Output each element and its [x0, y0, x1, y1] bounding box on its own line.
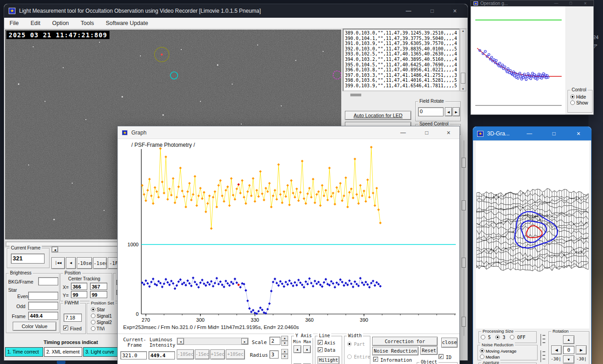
- close-graph-button[interactable]: close: [441, 338, 458, 348]
- star-odd-input[interactable]: [28, 302, 58, 310]
- auto-location-led-button[interactable]: Auto Location for LED: [345, 111, 411, 120]
- position-set-group: Position Set Star Signal1 Signal2 TIVi: [87, 303, 119, 334]
- frame-slider[interactable]: ◀: [51, 246, 118, 253]
- maximize-icon[interactable]: □: [545, 127, 563, 140]
- scale-value[interactable]: 2: [269, 337, 280, 345]
- radius-spin-down-icon[interactable]: ▼: [281, 354, 288, 359]
- rotate-up-icon[interactable]: ▲: [563, 335, 574, 344]
- id-checkbox[interactable]: ✔: [439, 354, 444, 359]
- scale-spin-up-icon[interactable]: ▲: [281, 336, 288, 341]
- scroll-up-icon[interactable]: ▲: [460, 30, 466, 32]
- scale-label: Scale: [252, 339, 267, 345]
- minimize-icon[interactable]: —: [394, 126, 412, 139]
- rotation-value[interactable]: 0: [563, 346, 574, 354]
- correction-absorption-button[interactable]: Correction for absorption: [372, 337, 438, 346]
- transport-minus-10sec-button[interactable]: -10sec: [77, 257, 92, 269]
- graph-minus-10sec-button[interactable]: -10Sec: [177, 349, 194, 359]
- field-rotate-right-icon[interactable]: ▶: [453, 107, 460, 116]
- measurement-data-panel[interactable]: 389.0,103.0,"",11,47,39.1245,39.2510,,,,…: [343, 29, 460, 91]
- position-y-tracking[interactable]: 99: [90, 291, 107, 298]
- star-frame-input[interactable]: 449.4: [28, 312, 58, 320]
- graph-frame-slider[interactable]: ◀ ▶: [177, 338, 249, 345]
- close-icon[interactable]: ×: [439, 126, 458, 139]
- operation-window-title: Operation g...: [480, 1, 508, 6]
- field-rotate-input[interactable]: 0: [418, 107, 444, 116]
- current-frame-value[interactable]: 321: [11, 254, 45, 264]
- position-set-radio-tivi[interactable]: TIVi: [91, 326, 105, 331]
- splitter-handle[interactable]: [350, 94, 361, 96]
- radius-spin-up-icon[interactable]: ▲: [281, 349, 288, 354]
- menu-item-edit[interactable]: Edit: [30, 20, 40, 26]
- scale-spin-down-icon[interactable]: ▼: [281, 341, 288, 346]
- position-set-radio-signal2[interactable]: Signal2: [91, 320, 112, 325]
- menu-item-tools[interactable]: Tools: [81, 20, 94, 26]
- transport-minus-1sec-button[interactable]: -1sec: [93, 257, 107, 269]
- position-x-center[interactable]: 366: [71, 283, 87, 290]
- radius-label: Radius: [250, 352, 268, 358]
- rotate-down-icon[interactable]: ▼: [563, 355, 574, 364]
- menu-item-option[interactable]: Option: [52, 20, 69, 26]
- close-icon[interactable]: ×: [569, 127, 588, 140]
- position-x-tracking[interactable]: 367: [90, 283, 107, 290]
- svg-text:390: 390: [360, 317, 368, 323]
- plot-title: / PSF-Frame Photometry /: [131, 142, 195, 148]
- ymin-spin-up-icon[interactable]: ▲: [294, 345, 301, 353]
- position-set-radio-signal1[interactable]: Signal1: [91, 314, 112, 319]
- bkg-frame-input[interactable]: [38, 277, 58, 285]
- color-value-button[interactable]: Color Value: [13, 322, 56, 331]
- close-icon[interactable]: ×: [446, 4, 464, 18]
- noise-reduction-radio-moving-average[interactable]: Moving Average: [480, 348, 517, 354]
- position-set-radio-star[interactable]: Star: [91, 307, 105, 312]
- transport-prev-frame-button[interactable]: ◀: [66, 257, 76, 269]
- minimize-icon[interactable]: —: [399, 4, 418, 18]
- noise-reduction-button[interactable]: Noise Reduction: [372, 347, 419, 355]
- reset-button[interactable]: Reset: [420, 346, 438, 355]
- minimize-icon[interactable]: —: [551, 0, 562, 6]
- width-part-radio[interactable]: [347, 342, 352, 346]
- graph-minus-1sec-button[interactable]: -1Sec: [195, 349, 209, 359]
- noise-reduction-radio-median[interactable]: Median: [480, 354, 517, 360]
- width-group: Width Part Entire: [344, 336, 370, 364]
- star-even-input[interactable]: [28, 292, 58, 300]
- menu-item-software-update[interactable]: Software Update: [106, 20, 148, 26]
- fwhm-value[interactable]: 7.18: [64, 314, 82, 322]
- hilight-button[interactable]: Hilight: [318, 356, 339, 364]
- close-icon[interactable]: ×: [580, 0, 591, 6]
- fwhm-group: FWHM 7.18 ✔ Fixed: [60, 303, 86, 334]
- svg-text:330: 330: [251, 317, 259, 323]
- data-panel-vscrollbar[interactable]: ▲ ▼: [460, 29, 466, 91]
- position-y-center[interactable]: 99: [71, 291, 87, 298]
- ymax-spin-up-icon[interactable]: ▲: [303, 345, 311, 353]
- data-line: 395.0,104.5,"",11,47,40.6425,40.7690,,,,…: [345, 62, 459, 68]
- limovie-app-icon: ★: [122, 130, 128, 135]
- maximize-icon[interactable]: □: [423, 4, 441, 18]
- rotate-left-icon[interactable]: ◀: [551, 345, 562, 354]
- minimize-icon[interactable]: —: [520, 127, 538, 140]
- maximize-icon[interactable]: □: [565, 0, 576, 6]
- control-radio-show[interactable]: Show: [570, 100, 588, 106]
- menu-item-file[interactable]: File: [10, 20, 19, 26]
- line-axis-checkbox[interactable]: ✔: [318, 340, 323, 345]
- processing-size-radio-off[interactable]: OFF: [510, 335, 525, 340]
- luminous-value[interactable]: 449.4: [149, 351, 175, 359]
- processing-size-radio-3[interactable]: 3: [495, 335, 505, 340]
- timing-cell-2[interactable]: 2. XML element: [44, 347, 82, 357]
- processing-size-radio-5[interactable]: 5: [481, 335, 491, 340]
- maximize-icon[interactable]: □: [418, 126, 436, 139]
- field-rotate-left-icon[interactable]: ◀: [445, 107, 452, 116]
- timing-cell-3[interactable]: 3. Light curve: [83, 347, 121, 357]
- scroll-down-icon[interactable]: ▼: [460, 88, 466, 90]
- transport-first-frame-button[interactable]: |◀◀: [51, 257, 65, 269]
- line-data-checkbox[interactable]: ✔: [318, 347, 323, 352]
- radius-value[interactable]: 3: [269, 350, 279, 359]
- graph-plusminus-10sec-button[interactable]: +10Sec: [226, 349, 245, 359]
- fwhm-fixed-checkbox[interactable]: ✔: [63, 325, 68, 330]
- control-radio-hide[interactable]: Hide: [570, 94, 588, 100]
- rotate-right-icon[interactable]: ▶: [576, 345, 587, 354]
- information-checkbox[interactable]: ✔: [373, 357, 378, 362]
- graph-plusminus-1sec-button[interactable]: +1Sec: [210, 349, 225, 359]
- data-line: 391.0,103.9,"",11,47,39.6305,39.7570,,,,…: [345, 41, 459, 46]
- timing-cell-1[interactable]: 1. Time correct: [5, 347, 43, 357]
- graph-current-frame-value[interactable]: 321.0: [120, 351, 147, 359]
- width-entire-radio[interactable]: [347, 354, 352, 359]
